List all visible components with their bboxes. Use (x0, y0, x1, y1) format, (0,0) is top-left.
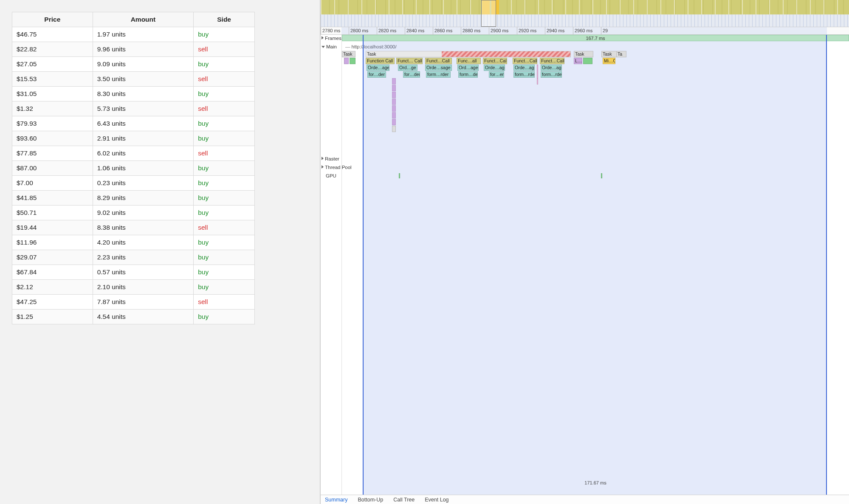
time-ruler[interactable]: 2780 ms2800 ms2820 ms2840 ms2860 ms2880 … (321, 27, 849, 35)
task-long-text: Task (367, 51, 376, 56)
order-page-bar[interactable]: Orde…age (513, 65, 535, 71)
task-chip[interactable]: Task (342, 51, 355, 57)
cell-amount: 2.10 units (93, 280, 194, 295)
micro-chip[interactable] (350, 58, 355, 64)
cell-amount: 8.38 units (93, 220, 194, 235)
cell-amount: 4.20 units (93, 235, 194, 250)
function-call-bar[interactable]: Funct…Call (540, 58, 564, 64)
ruler-tick: 2820 ms (377, 27, 396, 34)
stack-frame[interactable] (392, 126, 396, 132)
details-tabs: Summary Bottom-Up Call Tree Event Log (321, 495, 849, 504)
selection-border-left[interactable] (363, 35, 364, 495)
green-chip[interactable] (583, 58, 592, 64)
table-row: $79.936.43 unitsbuy (12, 116, 255, 131)
orders-table: Price Amount Side $46.751.97 unitsbuy$22… (12, 12, 255, 324)
task-edge-text: Task (603, 51, 612, 56)
selection-duration-footer: 171.67 ms (342, 480, 849, 485)
cell-price: $79.93 (12, 116, 93, 131)
function-call-bar[interactable]: Function Call (366, 58, 395, 64)
flame-chart[interactable]: —http://localhost:3000/ 167.7 ms Task Ta… (342, 35, 849, 495)
orders-header-price: Price (12, 12, 93, 27)
table-row: $47.257.87 unitssell (12, 295, 255, 310)
L-chip[interactable]: L… (574, 58, 582, 64)
track-label-frames[interactable]: Frames (322, 36, 341, 41)
pink-slice[interactable] (537, 78, 538, 84)
devtools-performance-panel: 2780 ms2800 ms2820 ms2840 ms2860 ms2880 … (320, 0, 849, 504)
cell-amount: 6.43 units (93, 116, 194, 131)
cell-amount: 6.02 units (93, 146, 194, 161)
table-row: $27.059.09 unitsbuy (12, 57, 255, 72)
main-label-text: Main (326, 44, 337, 49)
cell-price: $15.53 (12, 72, 93, 87)
cell-side: sell (194, 295, 255, 310)
table-row: $1.254.54 unitsbuy (12, 310, 255, 324)
stack-frame[interactable] (392, 112, 396, 118)
minimap-viewport-handle[interactable] (481, 0, 496, 27)
order-page-bar[interactable]: Ord…age (457, 65, 479, 71)
table-row: $41.858.29 unitsbuy (12, 191, 255, 206)
cell-side: buy (194, 235, 255, 250)
track-label-main[interactable]: Main (322, 44, 337, 49)
order-page-bar[interactable]: Orde…age (541, 65, 562, 71)
stack-frame[interactable] (392, 99, 396, 105)
gpu-blip[interactable] (601, 173, 602, 178)
cell-price: $41.85 (12, 191, 93, 206)
ruler-tick: 2900 ms (489, 27, 508, 34)
ruler-tick: 2860 ms (433, 27, 452, 34)
order-page-bar[interactable]: Orde…sage (425, 65, 452, 71)
function-call-bar[interactable]: Funct… Call (396, 58, 423, 64)
cell-side: buy (194, 57, 255, 72)
format-order-bar[interactable]: form…rder (426, 71, 451, 78)
minimap-frames-band (321, 14, 849, 27)
function-call-bar[interactable]: Funct…Call (425, 58, 452, 64)
table-row: $15.533.50 unitssell (12, 72, 255, 87)
track-label-gpu[interactable]: GPU (326, 173, 336, 178)
task-long-chip[interactable]: Task (366, 51, 571, 57)
cell-amount: 9.96 units (93, 42, 194, 57)
overview-minimap[interactable] (321, 0, 849, 27)
format-order-bar[interactable]: for…der (367, 71, 386, 78)
task-chip-partial[interactable]: Ta (616, 51, 626, 57)
cell-price: $19.44 (12, 220, 93, 235)
stack-frame[interactable] (392, 92, 396, 98)
format-order-bar[interactable]: form…rder (541, 71, 562, 78)
format-order-bar[interactable]: form…rder (513, 71, 535, 78)
cell-amount: 2.91 units (93, 131, 194, 146)
function-call-bar[interactable]: Func…all (457, 58, 481, 64)
cell-price: $93.60 (12, 131, 93, 146)
tab-bottom-up[interactable]: Bottom-Up (358, 497, 383, 503)
tab-event-log[interactable]: Event Log (425, 497, 448, 503)
table-row: $29.072.23 unitsbuy (12, 250, 255, 265)
cell-price: $67.84 (12, 265, 93, 280)
cell-amount: 1.97 units (93, 27, 194, 42)
cell-price: $31.05 (12, 87, 93, 101)
function-call-bar[interactable]: Funct…Call (513, 58, 537, 64)
stack-frame[interactable] (392, 78, 396, 84)
stack-frame[interactable] (392, 119, 396, 125)
tab-summary[interactable]: Summary (325, 497, 347, 503)
minimap-cpu-band (321, 0, 849, 14)
chevron-right-icon (322, 36, 324, 39)
order-page-bar[interactable]: Orde…age (484, 65, 505, 71)
track-label-raster[interactable]: Raster (322, 156, 339, 161)
selection-border-right[interactable] (826, 35, 827, 495)
gpu-blip[interactable] (399, 173, 400, 178)
table-row: $31.058.30 unitsbuy (12, 87, 255, 101)
stack-frame[interactable] (392, 85, 396, 91)
table-row: $19.448.38 unitssell (12, 220, 255, 235)
tab-call-tree[interactable]: Call Tree (393, 497, 415, 503)
task-chip[interactable]: Task (574, 51, 593, 57)
function-call-bar[interactable]: Funct…Call (483, 58, 507, 64)
format-order-bar[interactable]: for…er (489, 71, 504, 78)
track-label-thread-pool[interactable]: Thread Pool (322, 165, 352, 170)
stack-frame[interactable] (392, 105, 396, 112)
order-page-bar[interactable]: Orde…age (367, 65, 389, 71)
ruler-tick: 2960 ms (573, 27, 592, 34)
format-order-bar[interactable]: for…der (403, 71, 420, 78)
tracks-area[interactable]: Frames Main Raster Thread Pool GPU —http… (321, 35, 849, 495)
order-page-bar[interactable]: Ord…ge (398, 65, 417, 71)
micro-chip[interactable] (344, 58, 349, 64)
frames-bar[interactable]: 167.7 ms (342, 35, 849, 41)
format-order-bar[interactable]: form…der (458, 71, 478, 78)
mic-chip[interactable]: Mi…C (603, 58, 615, 64)
